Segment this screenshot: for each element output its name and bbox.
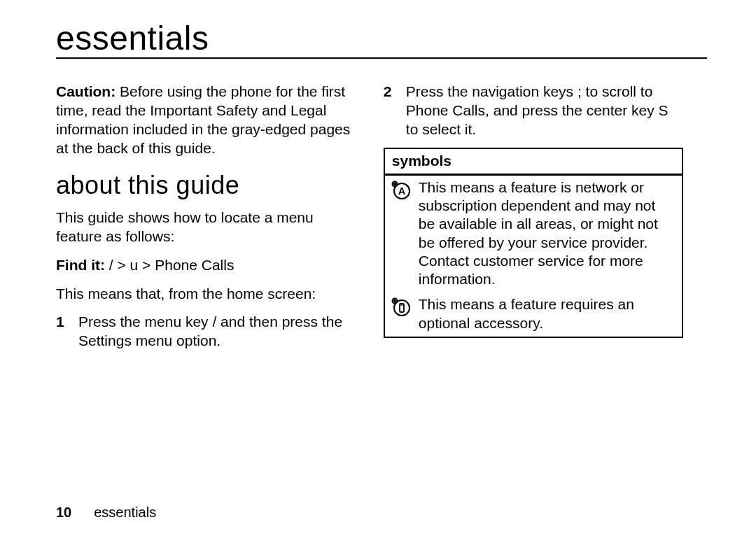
step1-a: Press the bbox=[78, 313, 145, 330]
caution-label: Caution: bbox=[56, 83, 115, 99]
network-icon-cell: A bbox=[389, 178, 413, 289]
accessory-icon-cell bbox=[389, 295, 413, 332]
symbols-table: symbols A This means a feature is networ… bbox=[384, 148, 683, 338]
accessory-icon bbox=[391, 297, 411, 316]
menu-key-text: menu key bbox=[145, 313, 209, 330]
page-number: 10 bbox=[56, 505, 71, 520]
content-columns: Caution: Before using the phone for the … bbox=[56, 83, 707, 359]
symbol-row-accessory: This means a feature requires an optiona… bbox=[385, 292, 682, 337]
page-footer: 10essentials bbox=[56, 505, 156, 521]
symbol-row-network: A This means a feature is network or sub… bbox=[385, 176, 682, 293]
phone-calls-text: Phone Calls bbox=[406, 102, 485, 118]
navigation-keys-text: navigation keys bbox=[472, 83, 573, 99]
accessory-symbol-desc: This means a feature requires an optiona… bbox=[419, 295, 675, 332]
find-it-label: Find it: bbox=[56, 257, 105, 273]
step1-b: / and then press the bbox=[209, 313, 342, 330]
step-1-number: 1 bbox=[56, 313, 69, 351]
step2-b: ; to scroll to bbox=[573, 83, 652, 99]
antenna-icon: A bbox=[391, 180, 411, 199]
find-it-path: / > u > Phone Calls bbox=[105, 257, 234, 273]
step-1: 1 Press the menu key / and then press th… bbox=[56, 313, 356, 351]
step-1-body: Press the menu key / and then press the … bbox=[78, 313, 356, 351]
step-2: 2 Press the navigation keys ; to scroll … bbox=[384, 83, 683, 139]
svg-text:A: A bbox=[398, 185, 405, 197]
find-it-explain: This means that, from the home screen: bbox=[56, 285, 356, 304]
left-column: Caution: Before using the phone for the … bbox=[56, 83, 356, 359]
symbols-header: symbols bbox=[385, 149, 682, 176]
guide-intro: This guide shows how to locate a menu fe… bbox=[56, 209, 356, 246]
step2-c: , and press the bbox=[485, 102, 587, 118]
center-key-text: center key bbox=[587, 102, 654, 118]
manual-page: essentials Caution: Before using the pho… bbox=[0, 0, 756, 536]
step-2-number: 2 bbox=[384, 83, 396, 139]
step2-a: Press the bbox=[406, 83, 472, 99]
footer-section: essentials bbox=[94, 505, 156, 520]
step-2-body: Press the navigation keys ; to scroll to… bbox=[406, 83, 683, 139]
section-title: about this guide bbox=[56, 169, 356, 202]
find-it-line: Find it: / > u > Phone Calls bbox=[56, 256, 356, 275]
settings-text: Settings bbox=[78, 332, 132, 348]
page-title: essentials bbox=[56, 21, 707, 59]
caution-paragraph: Caution: Before using the phone for the … bbox=[56, 83, 356, 158]
step1-c: menu option. bbox=[132, 332, 220, 348]
right-column: 2 Press the navigation keys ; to scroll … bbox=[384, 83, 683, 359]
network-symbol-desc: This means a feature is network or subsc… bbox=[419, 178, 675, 289]
